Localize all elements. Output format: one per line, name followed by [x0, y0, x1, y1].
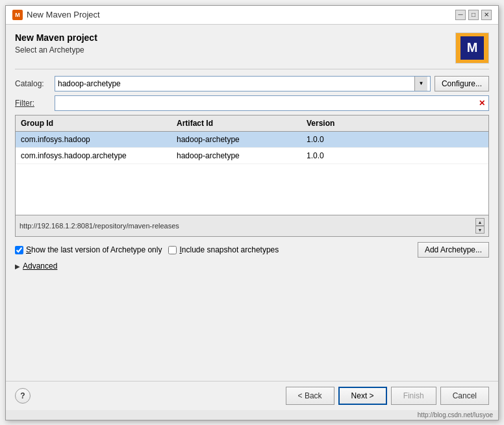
title-bar: M New Maven Project ─ □ ✕: [6, 6, 498, 25]
show-label-rest: how the last version of Archetype only: [31, 245, 162, 254]
dialog-content: New Maven project Select an Archetype M …: [6, 25, 498, 381]
advanced-section[interactable]: ▶ Advanced: [15, 261, 489, 271]
show-last-version-checkbox-label[interactable]: Show the last version of Archetype only: [15, 245, 162, 254]
maximize-button[interactable]: □: [468, 10, 479, 20]
url-area: http://192.168.1.2:8081/repository/maven…: [15, 215, 489, 237]
maven-logo: M: [455, 32, 489, 64]
scroll-arrows: ▲ ▼: [475, 218, 485, 234]
col-artifact-id: Artifact Id: [171, 117, 301, 129]
cell-group-id: com.infosys.hadoop.archetype: [16, 150, 171, 162]
catalog-label: Catalog:: [15, 79, 51, 88]
filter-row: Filter: ✕: [15, 95, 489, 111]
title-controls: ─ □ ✕: [455, 10, 492, 20]
cell-group-id: com.infosys.hadoop: [16, 134, 171, 145]
next-button[interactable]: Next >: [338, 387, 387, 405]
maven-logo-inner: M: [460, 36, 484, 60]
scroll-up-button[interactable]: ▲: [475, 218, 485, 226]
include-label-rest: nclude snapshot archetypes: [182, 245, 279, 254]
advanced-label: Advanced: [23, 261, 57, 271]
bottom-bar: ? < Back Next > Finish Cancel: [6, 381, 498, 410]
include-snapshot-checkbox-label[interactable]: Include snapshot archetypes: [168, 245, 279, 254]
header-text: New Maven project Select an Archetype: [15, 32, 97, 55]
col-version: Version: [301, 117, 353, 129]
header-area: New Maven project Select an Archetype M: [15, 32, 489, 64]
maven-icon: M: [12, 10, 23, 20]
filter-label: Filter:: [15, 99, 51, 108]
filter-clear-button[interactable]: ✕: [477, 98, 487, 108]
col-group-id: Group Id: [16, 117, 171, 129]
page-subtitle: Select an Archetype: [15, 45, 97, 55]
archetype-table: Group Id Artifact Id Version com.infosys…: [15, 115, 489, 216]
cell-artifact-id: hadoop-archetype: [171, 150, 301, 162]
show-label-char: S: [26, 245, 31, 254]
help-button[interactable]: ?: [15, 388, 31, 404]
options-row: Show the last version of Archetype only …: [15, 242, 489, 258]
cell-version: 1.0.0: [301, 134, 353, 145]
table-body: com.infosys.hadoop hadoop-archetype 1.0.…: [16, 132, 488, 215]
catalog-dropdown-arrow[interactable]: ▼: [414, 77, 427, 91]
minimize-button[interactable]: ─: [455, 10, 466, 20]
finish-button[interactable]: Finish: [391, 387, 436, 405]
include-snapshot-label: Include snapshot archetypes: [179, 245, 279, 254]
table-row[interactable]: com.infosys.hadoop hadoop-archetype 1.0.…: [16, 132, 488, 148]
dialog-title: New Maven Project: [27, 10, 100, 19]
catalog-value: hadoop-archetype: [58, 79, 414, 88]
filter-input-container: ✕: [55, 95, 489, 111]
table-header: Group Id Artifact Id Version: [16, 115, 488, 132]
advanced-arrow-icon: ▶: [15, 263, 20, 270]
dialog: M New Maven Project ─ □ ✕ New Maven proj…: [5, 5, 499, 420]
scroll-down-button[interactable]: ▼: [475, 226, 485, 234]
separator: [15, 69, 489, 69]
cancel-button[interactable]: Cancel: [440, 387, 489, 405]
cell-version: 1.0.0: [301, 150, 353, 162]
close-button[interactable]: ✕: [481, 10, 492, 20]
filter-input[interactable]: [57, 97, 477, 110]
table-row[interactable]: com.infosys.hadoop.archetype hadoop-arch…: [16, 148, 488, 164]
catalog-row: Catalog: hadoop-archetype ▼ Configure...: [15, 76, 489, 91]
catalog-dropdown[interactable]: hadoop-archetype ▼: [55, 76, 431, 91]
show-last-version-label: Show the last version of Archetype only: [26, 245, 162, 254]
page-title: New Maven project: [15, 32, 97, 43]
back-button[interactable]: < Back: [286, 387, 334, 405]
include-snapshot-checkbox[interactable]: [168, 246, 177, 254]
title-bar-left: M New Maven Project: [12, 10, 100, 20]
configure-button[interactable]: Configure...: [435, 76, 489, 91]
cell-artifact-id: hadoop-archetype: [171, 134, 301, 145]
repository-url: http://192.168.1.2:8081/repository/maven…: [19, 222, 475, 230]
spacer: [15, 273, 489, 373]
add-archetype-button[interactable]: Add Archetype...: [418, 242, 489, 258]
show-last-version-checkbox[interactable]: [15, 246, 23, 254]
watermark: http://blog.csdn.net/lusyoe: [6, 410, 498, 420]
